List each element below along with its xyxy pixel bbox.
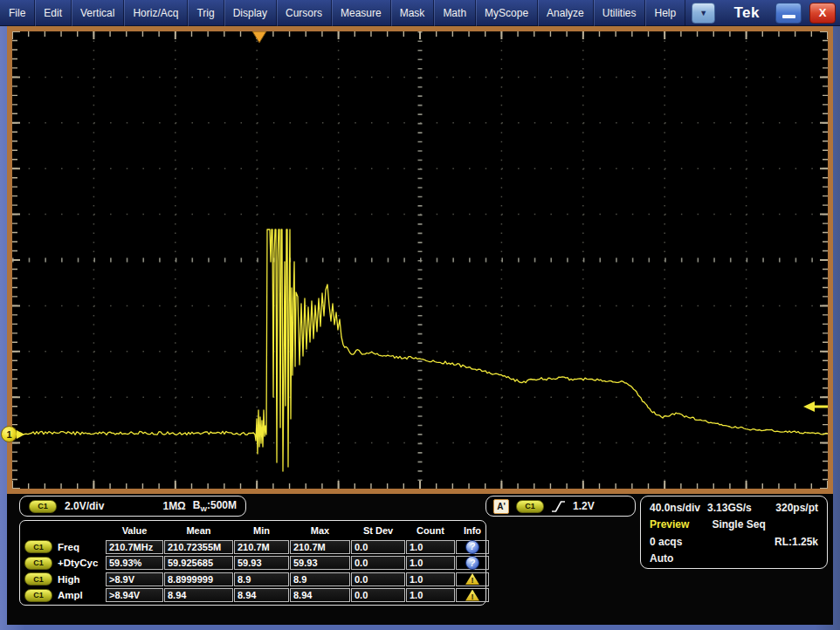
menu-cursors[interactable]: Cursors	[277, 0, 332, 26]
channel1-badge: 1	[1, 426, 17, 442]
channel-scale-readout[interactable]: C1 2.0V/div 1MΩ BW:500M	[19, 496, 246, 517]
scope-screen: 1 C1 2.0V/div 1MΩ BW:500M A' C1 1.2V 40.…	[0, 26, 840, 630]
meas-info-cell[interactable]: ?	[456, 540, 489, 554]
meas-max: 8.94	[290, 588, 350, 602]
menu-analyze[interactable]: Analyze	[538, 0, 594, 26]
meas-max: 210.7M	[290, 540, 350, 554]
tek-logo: Tek	[733, 4, 760, 22]
warning-icon: !	[465, 573, 479, 585]
col-header-info: Info	[456, 524, 489, 538]
rising-edge-icon	[551, 499, 566, 514]
preview-status: Preview	[650, 518, 689, 531]
menu-measure[interactable]: Measure	[332, 0, 391, 26]
meas-row-label: C1 High	[24, 572, 105, 586]
meas-mean: 8.8999999	[164, 572, 233, 586]
meas-min: 210.7M	[234, 540, 289, 554]
meas-min: 8.94	[234, 588, 289, 602]
meas-value: 210.7MHz	[106, 540, 163, 554]
col-header-max: Max	[290, 524, 350, 538]
meas-min: 59.93	[234, 556, 289, 570]
trigger-source-badge: A'	[493, 499, 509, 514]
trigger-mode: Auto	[650, 552, 673, 565]
meas-count: 1.0	[406, 572, 455, 586]
meas-value: 59.93%	[106, 556, 163, 570]
trigger-readout[interactable]: A' C1 1.2V	[485, 496, 636, 517]
measurement-table: Value Mean Min Max St Dev Count Info C1 …	[19, 520, 486, 606]
sample-rate: 3.13GS/s	[707, 502, 752, 514]
menu-edit[interactable]: Edit	[35, 0, 72, 26]
resolution: 320ps/pt	[775, 502, 818, 514]
meas-stdev: 0.0	[351, 556, 405, 570]
meas-row-label: C1 Ampl	[24, 588, 105, 602]
meas-info-cell[interactable]: ?	[456, 556, 489, 570]
meas-row-label: C1 +DtyCyc	[24, 556, 105, 570]
channel-badge-c1: C1	[24, 557, 52, 570]
close-button[interactable]: X	[809, 3, 836, 24]
meas-stdev: 0.0	[351, 588, 405, 602]
meas-value: >8.9V	[106, 572, 163, 586]
menu-trig[interactable]: Trig	[188, 0, 224, 26]
question-icon: ?	[465, 540, 479, 554]
col-header-min: Min	[234, 524, 289, 538]
meas-stdev: 0.0	[351, 572, 405, 586]
channel-badge-c1: C1	[24, 540, 52, 553]
readout-panel: C1 2.0V/div 1MΩ BW:500M A' C1 1.2V 40.0n…	[7, 494, 833, 625]
timebase: 40.0ns/div	[650, 502, 700, 514]
menu-mask[interactable]: Mask	[391, 0, 435, 26]
channel-badge-c1: C1	[29, 500, 57, 513]
record-length: RL:1.25k	[775, 536, 818, 548]
col-header-value: Value	[106, 524, 163, 538]
channel1-position-marker[interactable]: 1	[1, 426, 29, 442]
menu-myscope[interactable]: MyScope	[476, 0, 538, 26]
minimize-button[interactable]	[775, 3, 802, 24]
meas-max: 8.9	[290, 572, 350, 586]
chevron-down-icon: ▼	[699, 9, 707, 17]
warning-icon: !	[465, 590, 479, 601]
menu-help[interactable]: Help	[645, 0, 685, 26]
col-header-mean: Mean	[164, 524, 233, 538]
meas-info-cell[interactable]: !	[456, 588, 489, 602]
channel-badge-c1: C1	[24, 589, 52, 602]
meas-count: 1.0	[406, 540, 455, 554]
meas-max: 59.93	[290, 556, 350, 570]
title-bar: File Edit Vertical Horiz/Acq Trig Displa…	[0, 0, 840, 26]
toolbar-dropdown-button[interactable]: ▼	[692, 3, 715, 24]
bandwidth-limit: BW:500M	[193, 499, 237, 513]
menu-horiz-acq[interactable]: Horiz/Acq	[124, 0, 188, 26]
meas-min: 8.9	[234, 572, 289, 586]
acquisition-mode: Single Seq	[712, 518, 765, 531]
close-icon: X	[819, 6, 827, 19]
channel1-arrow-icon	[17, 430, 24, 439]
waveform-display	[7, 26, 833, 494]
menu-utilities[interactable]: Utilities	[594, 0, 646, 26]
question-icon: ?	[465, 556, 479, 570]
menu-display[interactable]: Display	[224, 0, 277, 26]
horizontal-readout[interactable]: 40.0ns/div 3.13GS/s 320ps/pt Preview Sin…	[640, 496, 828, 569]
channel-badge-c1: C1	[24, 572, 52, 585]
menu-vertical[interactable]: Vertical	[72, 0, 124, 26]
meas-value: >8.94V	[106, 588, 163, 602]
meas-row-label: C1 Freq	[24, 540, 105, 554]
volts-per-div: 2.0V/div	[65, 500, 104, 512]
acquisition-count: 0 acqs	[650, 536, 682, 548]
meas-mean: 59.925685	[164, 556, 233, 570]
minimize-icon	[782, 15, 795, 18]
graticule-and-trace	[12, 31, 828, 489]
meas-mean: 210.72355M	[164, 540, 233, 554]
meas-info-cell[interactable]: !	[456, 572, 489, 586]
meas-mean: 8.94	[164, 588, 233, 602]
meas-count: 1.0	[406, 556, 455, 570]
meas-stdev: 0.0	[351, 540, 405, 554]
menu-file[interactable]: File	[0, 0, 35, 26]
col-header-count: Count	[406, 524, 455, 538]
meas-count: 1.0	[406, 588, 455, 602]
input-impedance: 1MΩ	[162, 500, 185, 512]
header-spacer	[24, 524, 105, 538]
col-header-stdev: St Dev	[351, 524, 405, 538]
menu-math[interactable]: Math	[434, 0, 476, 26]
trigger-channel-badge: C1	[516, 500, 544, 513]
trigger-level: 1.2V	[573, 500, 595, 512]
